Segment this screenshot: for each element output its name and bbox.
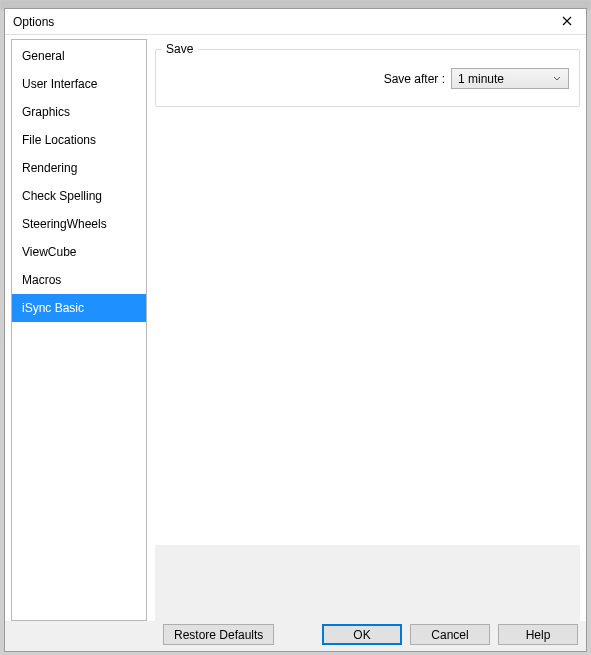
sidebar-item-label: Graphics (22, 105, 70, 119)
sidebar-item-label: General (22, 49, 65, 63)
content-spacer (155, 107, 580, 545)
sidebar-item-label: iSync Basic (22, 301, 84, 315)
dialog-body: General User Interface Graphics File Loc… (5, 35, 586, 621)
sidebar-item-general[interactable]: General (12, 42, 146, 70)
cancel-button[interactable]: Cancel (410, 624, 490, 645)
button-label: OK (353, 628, 370, 642)
sidebar-item-rendering[interactable]: Rendering (12, 154, 146, 182)
sidebar-item-viewcube[interactable]: ViewCube (12, 238, 146, 266)
sidebar-item-label: Macros (22, 273, 61, 287)
sidebar-item-graphics[interactable]: Graphics (12, 98, 146, 126)
sidebar-item-label: User Interface (22, 77, 97, 91)
save-groupbox: Save Save after : 1 minute (155, 49, 580, 107)
dropdown-value: 1 minute (458, 72, 550, 86)
sidebar-item-label: ViewCube (22, 245, 76, 259)
sidebar-item-label: SteeringWheels (22, 217, 107, 231)
sidebar-item-steeringwheels[interactable]: SteeringWheels (12, 210, 146, 238)
content-lower-strip (155, 545, 580, 621)
category-sidebar: General User Interface Graphics File Loc… (11, 39, 147, 621)
close-icon (562, 15, 572, 29)
chevron-down-icon (550, 76, 564, 82)
save-after-row: Save after : 1 minute (166, 68, 569, 89)
sidebar-item-label: File Locations (22, 133, 96, 147)
ok-button[interactable]: OK (322, 624, 402, 645)
titlebar: Options (5, 9, 586, 35)
button-label: Help (526, 628, 551, 642)
close-button[interactable] (554, 12, 580, 32)
help-button[interactable]: Help (498, 624, 578, 645)
groupbox-title: Save (162, 42, 197, 56)
restore-defaults-button[interactable]: Restore Defaults (163, 624, 274, 645)
dialog-footer: Restore Defaults OK Cancel Help (5, 621, 586, 651)
content-panel: Save Save after : 1 minute (155, 39, 580, 621)
sidebar-item-file-locations[interactable]: File Locations (12, 126, 146, 154)
button-label: Cancel (431, 628, 468, 642)
options-dialog: Options General User Interface Graphics … (4, 8, 587, 652)
dialog-title: Options (13, 15, 554, 29)
save-after-dropdown[interactable]: 1 minute (451, 68, 569, 89)
save-after-label: Save after : (384, 72, 445, 86)
sidebar-item-check-spelling[interactable]: Check Spelling (12, 182, 146, 210)
sidebar-item-user-interface[interactable]: User Interface (12, 70, 146, 98)
sidebar-item-macros[interactable]: Macros (12, 266, 146, 294)
button-label: Restore Defaults (174, 628, 263, 642)
footer-left: Restore Defaults (13, 624, 314, 645)
sidebar-item-isync-basic[interactable]: iSync Basic (12, 294, 146, 322)
sidebar-item-label: Check Spelling (22, 189, 102, 203)
sidebar-item-label: Rendering (22, 161, 77, 175)
